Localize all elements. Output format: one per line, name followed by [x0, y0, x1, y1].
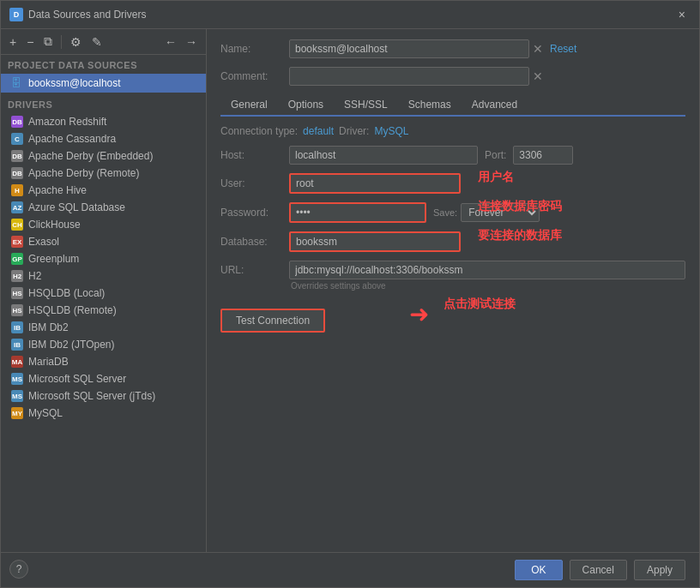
driver-item-ibm-db2[interactable]: IBIBM Db2 — [1, 319, 206, 336]
driver-item-mysql[interactable]: MYMySQL — [1, 405, 206, 422]
svg-text:DB: DB — [12, 118, 22, 126]
host-label: Host: — [220, 149, 289, 161]
driver-item-exasol[interactable]: EXExasol — [1, 233, 206, 250]
ok-button[interactable]: OK — [515, 560, 562, 580]
url-label: URL: — [220, 264, 289, 276]
apply-button[interactable]: Apply — [634, 560, 685, 580]
driver-item-amazon-redshift[interactable]: DBAmazon Redshift — [1, 113, 206, 130]
database-row: Database: 要连接的数据库 — [220, 231, 685, 252]
left-panel: + − ⧉ ⚙ ✎ ← → Project Data Sources 🗄 boo… — [1, 29, 207, 552]
close-button[interactable]: × — [673, 6, 691, 23]
password-row: Password: Save: Forever Until restart Ne… — [220, 202, 685, 223]
url-row-inner: URL: — [220, 261, 685, 279]
driver-name-2: Apache Derby (Embedded) — [28, 150, 153, 162]
dialog-window: D Data Sources and Drivers × + − ⧉ ⚙ ✎ ←… — [0, 0, 700, 588]
forward-button[interactable]: → — [182, 33, 201, 51]
driver-label: Driver: — [339, 125, 369, 137]
url-hint: Overrides settings above — [289, 281, 386, 291]
save-select[interactable]: Forever Until restart Never — [461, 203, 540, 222]
help-button[interactable]: ? — [9, 560, 28, 579]
connection-type-value[interactable]: default — [303, 125, 334, 137]
comment-clear-icon[interactable]: ✕ — [533, 69, 543, 83]
driver-name-1: Apache Cassandra — [28, 133, 116, 145]
svg-text:IB: IB — [14, 341, 21, 349]
remove-button[interactable]: − — [23, 33, 37, 51]
driver-icon-12: IB — [11, 321, 23, 333]
reset-link[interactable]: Reset — [550, 43, 576, 55]
tab-ssh/ssl[interactable]: SSH/SSL — [334, 94, 398, 117]
datasource-item-bookssm[interactable]: 🗄 bookssm@localhost — [1, 74, 206, 93]
driver-icon-3: DB — [11, 167, 23, 179]
svg-text:MS: MS — [12, 393, 23, 400]
url-input[interactable] — [289, 261, 685, 279]
connection-type-label: Connection type: — [220, 125, 298, 137]
driver-value[interactable]: MySQL — [374, 125, 408, 137]
driver-name-7: Exasol — [28, 236, 59, 248]
driver-icon-0: DB — [11, 116, 23, 128]
driver-item-h2[interactable]: H2H2 — [1, 267, 206, 285]
tab-schemas[interactable]: Schemas — [398, 94, 462, 117]
test-annotation: 点击测试连接 — [444, 297, 516, 312]
user-row: User: 用户名 — [220, 173, 685, 194]
name-clear-icon[interactable]: ✕ — [533, 42, 543, 56]
svg-text:AZ: AZ — [13, 204, 22, 212]
datasource-name: bookssm@localhost — [28, 77, 121, 89]
back-button[interactable]: ← — [161, 33, 180, 51]
url-hint-container: Overrides settings above — [220, 279, 685, 291]
database-annotation: 要连接的数据库 — [478, 228, 562, 243]
main-content: + − ⧉ ⚙ ✎ ← → Project Data Sources 🗄 boo… — [1, 29, 699, 552]
name-label: Name: — [220, 43, 289, 55]
driver-name-16: Microsoft SQL Server (jTds) — [28, 390, 155, 402]
copy-button[interactable]: ⧉ — [40, 33, 56, 51]
database-input[interactable] — [289, 231, 461, 252]
username-annotation: 用户名 — [478, 170, 514, 185]
svg-text:EX: EX — [13, 238, 22, 246]
password-input[interactable] — [289, 202, 426, 223]
driver-name-10: HSQLDB (Local) — [28, 287, 105, 299]
settings-button[interactable]: ⚙ — [67, 33, 85, 51]
driver-icon-9: H2 — [11, 270, 23, 282]
driver-icon-2: DB — [11, 150, 23, 162]
svg-text:HS: HS — [12, 290, 22, 297]
add-button[interactable]: + — [6, 33, 20, 51]
driver-icon-13: IB — [11, 339, 23, 351]
user-input[interactable] — [289, 173, 461, 194]
driver-item-microsoft-sql-server-(jtds)[interactable]: MSMicrosoft SQL Server (jTds) — [1, 387, 206, 405]
driver-item-clickhouse[interactable]: CHClickHouse — [1, 216, 206, 233]
user-label: User: — [220, 177, 289, 189]
driver-item-microsoft-sql-server[interactable]: MSMicrosoft SQL Server — [1, 370, 206, 387]
driver-item-apache-hive[interactable]: HApache Hive — [1, 182, 206, 199]
driver-item-apache-cassandra[interactable]: CApache Cassandra — [1, 130, 206, 147]
port-input[interactable] — [513, 146, 573, 165]
driver-icon-6: CH — [11, 219, 23, 231]
driver-item-hsqldb-(remote)[interactable]: HSHSQLDB (Remote) — [1, 302, 206, 319]
svg-text:MY: MY — [12, 410, 23, 417]
url-row: URL: Overrides settings above — [220, 261, 685, 291]
driver-item-greenplum[interactable]: GPGreenplum — [1, 250, 206, 267]
cancel-button[interactable]: Cancel — [570, 560, 627, 580]
test-connection-button[interactable]: Test Connection — [220, 309, 325, 333]
driver-item-ibm-db2-(jtopen)[interactable]: IBIBM Db2 (JTOpen) — [1, 336, 206, 353]
edit-button[interactable]: ✎ — [88, 33, 106, 51]
driver-name-5: Azure SQL Database — [28, 201, 125, 213]
driver-name-14: MariaDB — [28, 356, 69, 368]
driver-name-13: IBM Db2 (JTOpen) — [28, 339, 114, 351]
driver-item-mariadb[interactable]: MAMariaDB — [1, 353, 206, 370]
comment-input[interactable] — [289, 67, 529, 86]
driver-icon-1: C — [11, 133, 23, 145]
host-input[interactable] — [289, 146, 478, 165]
driver-item-apache-derby-(embedded)[interactable]: DBApache Derby (Embedded) — [1, 147, 206, 165]
drivers-list: DBAmazon RedshiftCApache CassandraDBApac… — [1, 113, 206, 552]
svg-text:DB: DB — [12, 170, 22, 177]
driver-name-3: Apache Derby (Remote) — [28, 167, 139, 179]
driver-item-apache-derby-(remote)[interactable]: DBApache Derby (Remote) — [1, 165, 206, 182]
tab-options[interactable]: Options — [278, 94, 334, 117]
driver-item-hsqldb-(local)[interactable]: HSHSQLDB (Local) — [1, 285, 206, 302]
name-input[interactable] — [289, 39, 529, 58]
driver-icon-4: H — [11, 184, 23, 196]
driver-item-azure-sql-database[interactable]: AZAzure SQL Database — [1, 199, 206, 216]
port-label: Port: — [485, 149, 506, 161]
tab-advanced[interactable]: Advanced — [462, 94, 528, 117]
tab-general[interactable]: General — [220, 94, 278, 117]
driver-name-0: Amazon Redshift — [28, 116, 106, 128]
